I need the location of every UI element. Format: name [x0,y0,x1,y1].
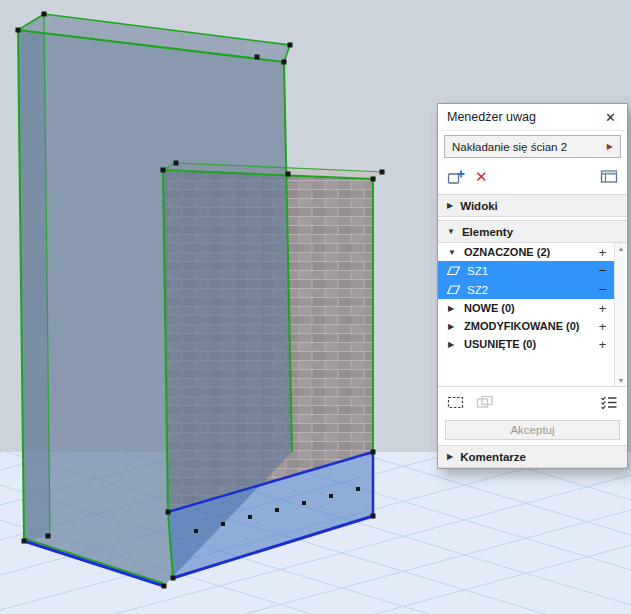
item-label: SZ2 [467,284,488,296]
chevron-right-icon: ▶ [447,452,453,461]
application-window: Menedżer uwag ✕ Nakładanie się ścian 2 ▶… [0,0,631,614]
tree-item-sz1[interactable]: SZ1 − [438,261,627,280]
tree-item-sz2[interactable]: SZ2 − [438,280,627,299]
chevron-right-icon: ▶ [448,322,458,331]
section-komentarze[interactable]: ▶ Komentarze [438,445,627,468]
tree-group-oznaczone[interactable]: ▼ OZNACZONE (2) + [438,243,627,261]
item-label: SZ1 [467,265,488,277]
note-options-icon[interactable] [600,169,618,184]
section-elementy[interactable]: ▼ Elementy [438,220,627,243]
chevron-right-icon: ▶ [448,304,458,313]
panel-toolbar: ✕ [438,162,627,191]
tree-scrollbar[interactable]: ▲ ▼ [614,243,627,386]
tree-group-usuniete[interactable]: ▶ USUNIĘTE (0) + [438,335,627,353]
section-widoki[interactable]: ▶ Widoki [438,194,627,217]
add-icon[interactable]: + [596,320,609,333]
chevron-right-icon: ▶ [447,201,453,210]
chevron-right-icon: ▶ [448,340,458,349]
list-check-icon[interactable] [600,395,618,410]
close-icon[interactable]: ✕ [603,110,618,125]
delete-note-icon[interactable]: ✕ [475,169,488,184]
scroll-up-icon[interactable]: ▲ [618,245,625,252]
note-selector[interactable]: Nakładanie się ścian 2 ▶ [444,135,621,158]
copy-to-views-icon [476,395,494,409]
remove-icon[interactable]: − [596,283,609,296]
add-icon[interactable]: + [596,338,609,351]
add-icon[interactable]: + [596,302,609,315]
wall-icon [446,284,461,295]
wall-icon [446,265,461,276]
add-note-icon[interactable] [447,169,465,185]
panel-bottom-toolbar [438,386,627,417]
chevron-down-icon: ▼ [447,227,455,236]
group-label: USUNIĘTE (0) [464,338,536,350]
section-label-komentarze: Komentarze [460,451,526,463]
accept-area: Akceptuj [438,417,627,445]
group-label: NOWE (0) [464,302,515,314]
note-selector-arrow-icon: ▶ [607,142,613,151]
tree-group-zmodyfikowane[interactable]: ▶ ZMODYFIKOWANE (0) + [438,317,627,335]
accept-button[interactable]: Akceptuj [445,420,620,440]
add-icon[interactable]: + [596,246,609,259]
group-label: ZMODYFIKOWANE (0) [464,320,580,332]
scroll-down-icon[interactable]: ▼ [618,377,625,384]
notes-manager-panel: Menedżer uwag ✕ Nakładanie się ścian 2 ▶… [437,103,628,469]
remove-icon[interactable]: − [596,264,609,277]
tree-group-nowe[interactable]: ▶ NOWE (0) + [438,299,627,317]
panel-titlebar[interactable]: Menedżer uwag ✕ [438,104,627,131]
note-selector-value: Nakładanie się ścian 2 [452,141,567,153]
elements-tree: ▼ OZNACZONE (2) + SZ1 − SZ2 − ▶ NOWE [438,243,627,386]
chevron-down-icon: ▼ [448,248,458,257]
marquee-select-icon[interactable] [447,396,464,409]
panel-title: Menedżer uwag [447,110,603,124]
section-label-widoki: Widoki [460,200,498,212]
group-label: OZNACZONE (2) [464,246,550,258]
section-label-elementy: Elementy [462,226,513,238]
